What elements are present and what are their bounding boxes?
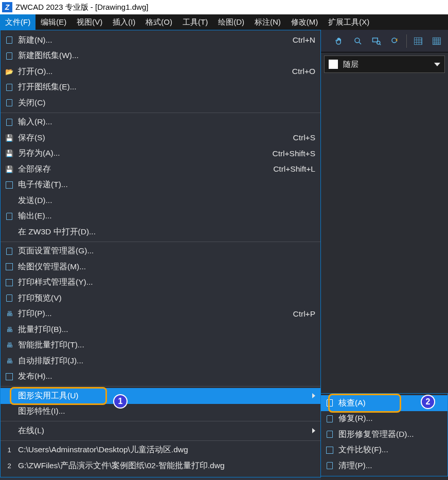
menu-bar: 文件(F) 编辑(E) 视图(V) 插入(I) 格式(O) 工具(T) 绘图(D… [0,14,448,30]
submenu-arrow-icon [312,393,315,398]
menu-saveall[interactable]: 💾 全部保存 Ctrl+Shift+L [1,161,320,177]
menu-batch-print[interactable]: 🖶 批量打印(B)... [1,322,320,338]
compare-icon [324,445,335,456]
submenu-purge[interactable]: 清理(P)... [321,458,447,474]
submenu-recover[interactable]: 修复(R)... [321,411,447,427]
new-icon [4,34,15,46]
layer-label: 随层 [343,60,434,69]
menu-view[interactable]: 视图(V) [71,14,107,30]
close-icon [4,97,15,108]
purge-icon [324,460,335,471]
menu-import[interactable]: 输入(R)... [1,115,320,131]
menu-recent-2[interactable]: 2 G:\ZWFiles\产品演示文件\案例图纸\02-智能批量打印.dwg [1,458,320,474]
menu-open-sheetset[interactable]: 打开图纸集(E)... [1,80,320,96]
plotter-icon [4,261,15,272]
svg-point-0 [355,38,360,43]
menu-print[interactable]: 🖶 打印(P)... Ctrl+P [1,306,320,322]
menu-new-sheetset[interactable]: 新建图纸集(W)... [1,48,320,64]
layer-color-swatch [329,60,338,69]
menu-insert[interactable]: 插入(I) [107,14,140,30]
grid1-icon[interactable] [411,34,425,48]
batch-print-icon: 🖶 [4,324,15,335]
zoom-realtime-icon[interactable] [351,34,365,48]
app-icon: Z [2,2,12,12]
etransmit-icon [4,179,15,191]
menu-modify[interactable]: 修改(M) [286,14,324,30]
menu-tools[interactable]: 工具(T) [177,14,213,30]
menu-online[interactable]: 在线(L) [1,423,320,439]
submenu-file-compare[interactable]: 文件比较(F)... [321,442,447,458]
zw3d-icon [4,226,15,237]
chevron-down-icon [434,63,440,66]
print-icon: 🖶 [4,308,15,320]
svg-rect-1 [373,38,378,42]
menu-dim[interactable]: 标注(N) [249,14,286,30]
menu-send[interactable]: 发送(D)... [1,193,320,209]
menu-open-zw3d[interactable]: 在 ZW3D 中打开(D)... [1,224,320,240]
import-icon [4,117,15,128]
dwg-props-icon [4,406,15,417]
saveas-icon: 💾 [4,148,15,159]
recent-num: 1 [4,445,15,456]
saveall-icon: 💾 [4,163,15,175]
svg-rect-4 [415,38,422,45]
menu-drawing-utilities[interactable]: 图形实用工具(U) [1,388,320,404]
new-sheetset-icon [4,50,15,62]
menu-etransmit[interactable]: 电子传递(T)... [1,177,320,193]
open-sheetset-icon [4,82,15,93]
menu-export[interactable]: 输出(E)... [1,209,320,225]
send-icon [4,195,15,206]
menu-saveas[interactable]: 💾 另存为(A)... Ctrl+Shift+S [1,146,320,162]
menu-page-setup[interactable]: 页面设置管理器(G)... [1,244,320,260]
menu-new[interactable]: 新建(N)... Ctrl+N [1,32,320,48]
menu-auto-arrange-print[interactable]: 🖶 自动排版打印(J)... [1,353,320,369]
page-setup-icon [4,246,15,257]
plotstyle-icon [4,277,15,288]
submenu-recovery-manager[interactable]: 图形修复管理器(D)... [321,427,447,442]
recent-num: 2 [4,460,15,471]
zoom-previous-icon[interactable] [388,34,402,48]
menu-plotstyle-manager[interactable]: 打印样式管理器(Y)... [1,275,320,291]
annotation-badge-2: 2 [421,395,435,409]
zoom-window-icon[interactable] [369,34,384,48]
layer-dropdown[interactable]: 随层 [324,56,445,73]
menu-recent-1[interactable]: 1 C:\Users\Adminstrator\Desktop\儿童活动区.dw… [1,442,320,458]
file-dropdown: 新建(N)... Ctrl+N 新建图纸集(W)... 📂 打开(O)... C… [0,30,321,477]
menu-edit[interactable]: 编辑(E) [35,14,71,30]
pan-icon[interactable] [332,34,347,48]
preview-icon [4,292,15,304]
svg-point-2 [377,41,380,44]
auto-arrange-icon: 🖶 [4,355,15,366]
menu-format[interactable]: 格式(O) [140,14,177,30]
menu-file[interactable]: 文件(F) [0,14,35,30]
submenu-arrow-icon [312,428,315,433]
publish-icon [4,371,15,382]
menu-publish[interactable]: 发布(H)... [1,369,320,385]
window-title: ZWCAD 2023 专业版 - [Drawing1.dwg] [15,3,148,12]
svg-point-3 [392,38,397,43]
smart-batch-icon: 🖶 [4,340,15,351]
menu-ext[interactable]: 扩展工具(X) [323,14,374,30]
menu-print-preview[interactable]: 打印预览(V) [1,290,320,306]
annotation-badge-1: 1 [113,394,128,409]
menu-open[interactable]: 📂 打开(O)... Ctrl+O [1,64,320,80]
recovery-mgr-icon [324,429,335,440]
open-icon: 📂 [4,66,15,77]
export-icon [4,211,15,222]
utilities-icon [4,390,15,401]
right-toolbar [321,30,448,52]
title-bar: Z ZWCAD 2023 专业版 - [Drawing1.dwg] [0,0,448,14]
menu-plotter-manager[interactable]: 绘图仪管理器(M)... [1,259,320,275]
content-area: 随层 新建(N)... Ctrl+N 新建图纸集(W)... 📂 打开(O)..… [0,30,448,480]
menu-save[interactable]: 💾 保存(S) Ctrl+S [1,130,320,146]
menu-draw[interactable]: 绘图(D) [213,14,249,30]
online-icon [4,425,15,436]
audit-icon [324,397,335,409]
menu-drawing-properties[interactable]: 图形特性(I)... [1,404,320,420]
menu-smart-batch-print[interactable]: 🖶 智能批量打印(T)... [1,338,320,354]
menu-close[interactable]: 关闭(C) [1,95,320,111]
recover-icon [324,413,335,424]
save-icon: 💾 [4,132,15,143]
grid2-icon[interactable] [429,34,444,48]
